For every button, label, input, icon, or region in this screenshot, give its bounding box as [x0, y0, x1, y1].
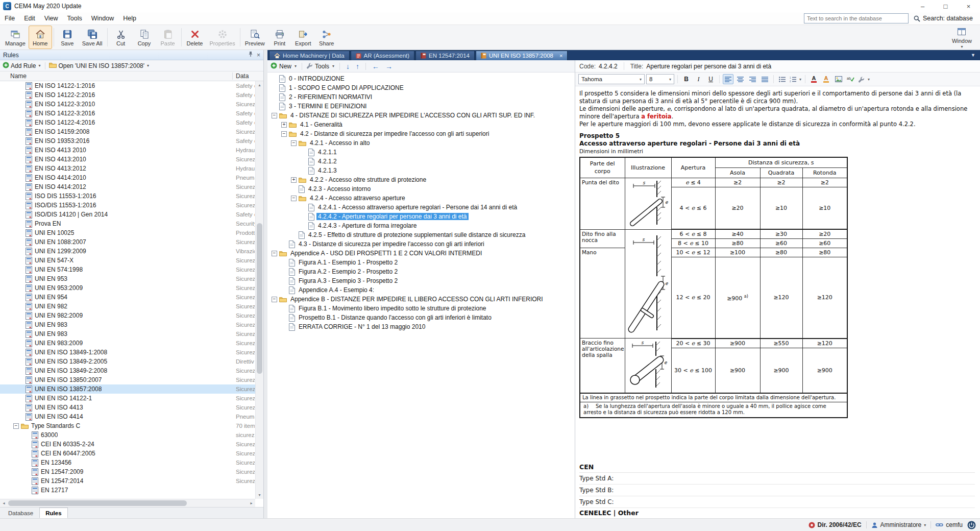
doc-tree-item[interactable]: 4.2.4.2 - Aperture regolari per persone … — [267, 212, 575, 221]
preview-button[interactable]: Preview — [242, 26, 268, 49]
rules-tree-row[interactable]: UNI EN ISO 13849-2:2008Sicurezz — [0, 366, 255, 375]
database-search-input[interactable] — [804, 13, 909, 23]
search-database-button[interactable]: Search: database — [914, 15, 973, 22]
rules-tree-row[interactable]: UNI EN 983:2009Sicurezz — [0, 339, 255, 348]
rules-tree-row[interactable]: UNI EN ISO 13850:2007Sicurezz — [0, 375, 255, 384]
properties-button[interactable]: Properties — [207, 26, 238, 49]
vertical-scrollbar[interactable]: ▴ ▾ — [255, 81, 263, 499]
rules-tree-row[interactable]: UNI EN 983Sicurezz — [0, 329, 255, 339]
chevron-down-icon[interactable]: ▾ — [332, 64, 334, 68]
rules-tree-row[interactable]: EN ISO 14122-2:2016Safety o — [0, 90, 255, 100]
rules-tree-row[interactable]: UNI EN ISO 13857:2008Sicurezz — [0, 384, 255, 394]
rules-tree-row[interactable]: UNI EN 983Sicurezz — [0, 320, 255, 329]
cut-button[interactable]: Cut — [109, 26, 133, 49]
rules-tree-row[interactable]: UNI EN 954Sicurezz — [0, 293, 255, 302]
align-center-button[interactable] — [735, 74, 746, 84]
doc-tree-item[interactable]: 4.2.1.1 — [267, 148, 575, 157]
rules-tree-row[interactable]: ISO DIS 11553-1:2016Sicurezz — [0, 191, 255, 201]
rules-tree-row[interactable]: UNI EN 1299:2009Vibrazio — [0, 247, 255, 256]
rules-tree-row[interactable]: UNI EN ISO 14122-1Sicurezz — [0, 394, 255, 403]
column-header-data[interactable]: Data — [236, 73, 249, 80]
rules-tree-row[interactable]: UNI EN 574:1998Sicurezz — [0, 265, 255, 274]
align-left-button[interactable] — [723, 74, 733, 84]
rules-tree-row[interactable]: EN ISO 4413 2010Hydraul — [0, 146, 255, 155]
collapse-icon[interactable]: − — [272, 251, 277, 256]
doc-tree-item[interactable]: −Appendice A - USO DEI PROSPETTI 1 E 2 C… — [267, 249, 575, 258]
window-button[interactable]: Window ▾ — [949, 25, 975, 50]
rules-tree-row[interactable]: CEI EN 60447:2005Sicurezz — [0, 449, 255, 458]
open-standard-button[interactable]: Open 'UNI EN ISO 13857:2008' — [58, 62, 144, 69]
font-color-button[interactable]: A — [808, 74, 819, 84]
insert-image-button[interactable] — [833, 74, 844, 84]
rules-tree-row[interactable]: 63000sicurezz — [0, 430, 255, 440]
move-down-icon[interactable]: ↓ — [344, 62, 352, 70]
doc-tree-item[interactable]: Figura B.1 - Movimento libero impedito s… — [267, 304, 575, 313]
scroll-right-icon[interactable]: ▸ — [248, 499, 255, 507]
minimize-button[interactable]: – — [911, 0, 934, 12]
rules-tree-row[interactable]: UNI EN 10025Prodotti — [0, 228, 255, 237]
export-button[interactable]: Export — [291, 26, 315, 49]
rules-tree-row[interactable]: UNI EN 953Sicurezz — [0, 274, 255, 283]
doc-tree-item[interactable]: ERRATA CORRIGE - N° 1 del 13 maggio 2010 — [267, 322, 575, 331]
numbered-list-button[interactable]: 12▾ — [789, 74, 802, 84]
doc-tree-item[interactable]: 4.2.3 - Accesso intorno — [267, 184, 575, 194]
panel-close-icon[interactable]: × — [257, 52, 260, 59]
rules-tree-row[interactable]: UNI EN ISO 4413Sicurezz — [0, 403, 255, 412]
scroll-left-icon[interactable]: ◂ — [0, 499, 8, 507]
doc-tree-item[interactable]: −4.2.4 - Accesso attraverso aperture — [267, 194, 575, 203]
settings-wrench-button[interactable]: ▾ — [857, 74, 870, 84]
rules-tree-row[interactable]: UNI EN 982:2009Sicurezz — [0, 311, 255, 320]
tab-rules[interactable]: Rules — [39, 508, 67, 518]
rules-tree-row[interactable]: CEI EN 60335-2-24Sicurezz — [0, 440, 255, 449]
menu-file[interactable]: File — [0, 13, 19, 24]
rules-tree-row[interactable]: EN ISO 14122-1:2016Safety o — [0, 81, 255, 90]
bullet-list-button[interactable] — [777, 74, 788, 84]
doc-tree-item[interactable]: −4.2.1 - Accesso in alto — [267, 138, 575, 148]
rules-tree-row[interactable]: ISO/DIS 11553-1:2016Sicurezz — [0, 201, 255, 210]
expand-icon[interactable]: + — [291, 177, 297, 183]
spell-check-button[interactable]: ab — [845, 74, 856, 84]
collapse-icon[interactable]: − — [291, 196, 297, 201]
italic-button[interactable]: I — [693, 74, 704, 84]
horizontal-scrollbar[interactable]: ◂ ▸ — [0, 499, 255, 507]
home-button[interactable]: Home — [29, 26, 52, 49]
type-std-a-field[interactable]: Type Std A: — [579, 473, 975, 485]
tab-list-chevron-icon[interactable]: ▼ — [971, 50, 980, 60]
rules-tree-row[interactable]: UNI EN ISO 13849-1:2008Sicurezz — [0, 348, 255, 357]
menu-view[interactable]: View — [40, 13, 63, 24]
collapse-icon[interactable]: − — [272, 113, 277, 118]
doc-tree-item[interactable]: 4.2.1.3 — [267, 166, 575, 175]
rules-tree-row[interactable]: EN ISO 4413:2012Hydraul — [0, 164, 255, 173]
align-right-button[interactable] — [747, 74, 758, 84]
move-up-icon[interactable]: ↑ — [354, 62, 361, 70]
user-menu[interactable]: Amministratore ▾ — [871, 521, 926, 528]
rules-tree-row[interactable]: EN 123456Sicurezz — [0, 458, 255, 467]
scrollbar-thumb[interactable] — [8, 500, 187, 506]
rules-tree-row[interactable]: EN ISO 19353:2016Safety o — [0, 136, 255, 146]
doc-tree-item[interactable]: 0 - INTRODUZIONE — [267, 74, 575, 83]
doc-tree-item[interactable]: 3 - TERMINI E DEFINIZIONI — [267, 102, 575, 111]
font-family-select[interactable]: Tahoma▾ — [578, 74, 645, 84]
rules-tree-row[interactable]: EN ISO 14122-4:2016Safety o — [0, 118, 255, 127]
doc-tree-item[interactable]: −4 - DISTANZE DI SICUREZZA PER IMPEDIRE … — [267, 111, 575, 120]
tab-en-12547[interactable]: EN 12547:2014 — [415, 51, 475, 60]
title-value[interactable]: Aperture regolari per persone dai 3 anni… — [646, 63, 771, 70]
tab-database[interactable]: Database — [2, 508, 39, 518]
collapse-icon[interactable]: − — [281, 131, 287, 137]
type-std-b-field[interactable]: Type Std B: — [579, 485, 975, 496]
doc-tree-item[interactable]: −4.2 - Distanze di sicurezza per impedir… — [267, 129, 575, 138]
scroll-down-icon[interactable]: ▾ — [256, 491, 263, 499]
doc-tree-item[interactable]: 4.2.5 - Effetto di strutture di protezio… — [267, 230, 575, 239]
rules-tree-row[interactable]: UNI EN 982Sicurezz — [0, 302, 255, 311]
underline-button[interactable]: U — [705, 74, 716, 84]
rules-tree-row[interactable]: EN ISO 4414:2012Sicurezz — [0, 182, 255, 191]
rules-tree-row[interactable]: ISO/DIS 14120 | Gen 2014Safety o — [0, 210, 255, 219]
column-header-name[interactable]: Name — [10, 73, 27, 80]
menu-tools[interactable]: Tools — [63, 13, 87, 24]
rules-tree-row[interactable]: EN 12717 — [0, 486, 255, 495]
new-button[interactable]: New — [279, 63, 291, 70]
doc-tree-item[interactable]: Prospetto B.1 - Distanze quando l'access… — [267, 313, 575, 322]
paste-button[interactable]: Paste — [156, 26, 180, 49]
rules-tree-row[interactable]: EN 12547:2009Sicurezz — [0, 467, 255, 476]
menu-edit[interactable]: Edit — [19, 13, 40, 24]
